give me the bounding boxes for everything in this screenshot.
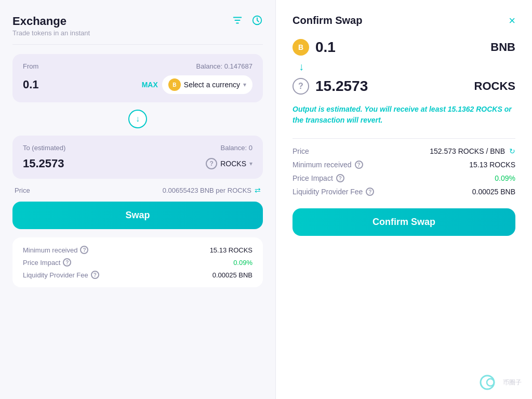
to-card: To (estimated) Balance: 0 15.2573 ? ROCK… <box>12 136 263 179</box>
min-received-help-icon[interactable]: ? <box>80 246 88 254</box>
down-arrow-icon: ↓ <box>136 114 140 124</box>
swap-direction-arrow: ↓ <box>12 110 263 128</box>
bottom-logo: 币圈子 <box>479 374 522 391</box>
confirm-to-currency: ROCKS <box>474 79 515 93</box>
confirm-min-received-help-icon[interactable]: ? <box>355 161 363 169</box>
to-card-right: ? ROCKS ▾ <box>206 158 252 169</box>
confirm-price-value-row: 152.573 ROCKS / BNB ↻ <box>430 147 515 155</box>
price-label: Price <box>15 187 30 194</box>
liquidity-fee-help-icon[interactable]: ? <box>91 271 99 279</box>
price-impact-value: 0.09% <box>233 259 252 267</box>
confirm-note-highlight: 15.1362 ROCKS <box>448 105 502 113</box>
confirm-from-left: B 0.1 <box>292 39 336 56</box>
modal-header: Confirm Swap × <box>292 15 515 26</box>
swap-arrows-icon[interactable]: ⇄ <box>255 186 261 194</box>
liquidity-fee-value: 0.00025 BNB <box>212 271 252 279</box>
from-input-row: 0.1 MAX B Select a currency ▾ <box>23 75 252 94</box>
confirm-liquidity-fee-row: Liquidity Provider Fee ? 0.00025 BNB <box>292 188 515 196</box>
swap-arrow-button[interactable]: ↓ <box>128 110 147 128</box>
exchange-panel: Exchange Trade tokens in an instant From… <box>0 0 275 399</box>
price-row: Price 0.00655423 BNB per ROCKS ⇄ <box>12 179 263 202</box>
to-card-top: To (estimated) Balance: 0 <box>23 144 252 152</box>
confirm-price-impact-help-icon[interactable]: ? <box>336 174 344 182</box>
bnb-icon: B <box>168 78 181 91</box>
to-currency-selector[interactable]: ? ROCKS ▾ <box>206 158 252 169</box>
details-card: Minimum received ? 15.13 ROCKS Price Imp… <box>12 237 263 287</box>
history-icon[interactable] <box>251 15 263 29</box>
confirm-from-row: B 0.1 BNB <box>292 39 515 56</box>
confirm-details: Price 152.573 ROCKS / BNB ↻ Minimum rece… <box>292 147 515 196</box>
price-value-text: 0.00655423 BNB per ROCKS <box>163 187 251 194</box>
chevron-down-icon: ▾ <box>243 81 246 88</box>
confirm-price-impact-value: 0.09% <box>495 174 515 182</box>
from-label: From <box>23 62 38 70</box>
from-card-top: From Balance: 0.147687 <box>23 62 252 70</box>
swap-button[interactable]: Swap <box>12 202 263 229</box>
refresh-price-icon[interactable]: ↻ <box>509 147 515 155</box>
exchange-subtitle: Trade tokens in an instant <box>12 29 263 37</box>
max-button[interactable]: MAX <box>142 81 158 89</box>
confirm-to-left: ? 15.2573 <box>292 78 368 95</box>
to-balance: Balance: 0 <box>221 144 252 152</box>
from-currency-selector[interactable]: B Select a currency ▾ <box>162 75 252 94</box>
confirm-from-currency: BNB <box>490 41 515 54</box>
to-label: To (estimated) <box>23 144 65 152</box>
confirm-bnb-icon: B <box>292 39 309 56</box>
price-impact-label: Price Impact ? <box>23 258 71 267</box>
modal-title: Confirm Swap <box>292 15 362 26</box>
confirm-liquidity-fee-help-icon[interactable]: ? <box>366 188 374 196</box>
min-received-value: 15.13 ROCKS <box>210 246 252 254</box>
rocks-question-icon: ? <box>206 158 217 169</box>
min-received-row: Minimum received ? 15.13 ROCKS <box>23 246 252 254</box>
confirm-price-row: Price 152.573 ROCKS / BNB ↻ <box>292 147 515 155</box>
header-divider <box>12 44 263 45</box>
confirm-down-arrow-icon: ↓ <box>299 61 304 72</box>
header-icons <box>232 15 263 29</box>
logo-text: 币圈子 <box>503 378 522 387</box>
to-currency-label: ROCKS <box>220 159 246 168</box>
price-impact-help-icon[interactable]: ? <box>63 258 71 267</box>
price-value-row: 0.00655423 BNB per ROCKS ⇄ <box>163 186 261 194</box>
price-impact-row: Price Impact ? 0.09% <box>23 258 252 267</box>
confirm-divider <box>292 138 515 139</box>
confirm-swap-panel: Confirm Swap × B 0.1 BNB ↓ ? 15.2573 ROC… <box>275 0 532 399</box>
min-received-label: Minimum received ? <box>23 246 88 254</box>
from-card-right: MAX B Select a currency ▾ <box>142 75 252 94</box>
to-amount: 15.2573 <box>23 157 64 170</box>
to-input-row: 15.2573 ? ROCKS ▾ <box>23 157 252 170</box>
confirm-note-static: Output is estimated. You will receive at… <box>292 105 448 113</box>
confirm-price-label: Price <box>292 147 309 155</box>
from-amount: 0.1 <box>23 78 39 91</box>
exchange-header: Exchange Trade tokens in an instant <box>12 15 263 37</box>
confirm-price-impact-row: Price Impact ? 0.09% <box>292 174 515 182</box>
filter-icon[interactable] <box>232 15 243 29</box>
svg-point-5 <box>487 379 494 386</box>
confirm-to-row: ? 15.2573 ROCKS <box>292 78 515 95</box>
confirm-from-amount: 0.1 <box>315 39 336 56</box>
liquidity-fee-label: Liquidity Provider Fee ? <box>23 271 99 279</box>
confirm-price-impact-label: Price Impact ? <box>292 174 344 182</box>
exchange-title: Exchange <box>12 15 263 28</box>
confirm-liquidity-fee-value: 0.00025 BNB <box>472 188 515 196</box>
close-button[interactable]: × <box>509 15 515 26</box>
confirm-min-received-row: Minimum received ? 15.13 ROCKS <box>292 161 515 169</box>
from-balance: Balance: 0.147687 <box>196 62 252 70</box>
to-chevron-down-icon: ▾ <box>249 160 252 167</box>
confirm-rocks-icon: ? <box>292 78 309 95</box>
confirm-price-value: 152.573 ROCKS / BNB <box>430 147 505 155</box>
confirm-note: Output is estimated. You will receive at… <box>292 104 515 126</box>
from-currency-label: Select a currency <box>184 81 240 89</box>
confirm-to-amount: 15.2573 <box>315 78 368 95</box>
from-card: From Balance: 0.147687 0.1 MAX B Select … <box>12 54 263 102</box>
confirm-liquidity-fee-label: Liquidity Provider Fee ? <box>292 188 374 196</box>
confirm-min-received-value: 15.13 ROCKS <box>469 161 515 169</box>
confirm-min-received-label: Minimum received ? <box>292 161 363 169</box>
confirm-swap-button[interactable]: Confirm Swap <box>292 208 515 236</box>
liquidity-fee-row: Liquidity Provider Fee ? 0.00025 BNB <box>23 271 252 279</box>
